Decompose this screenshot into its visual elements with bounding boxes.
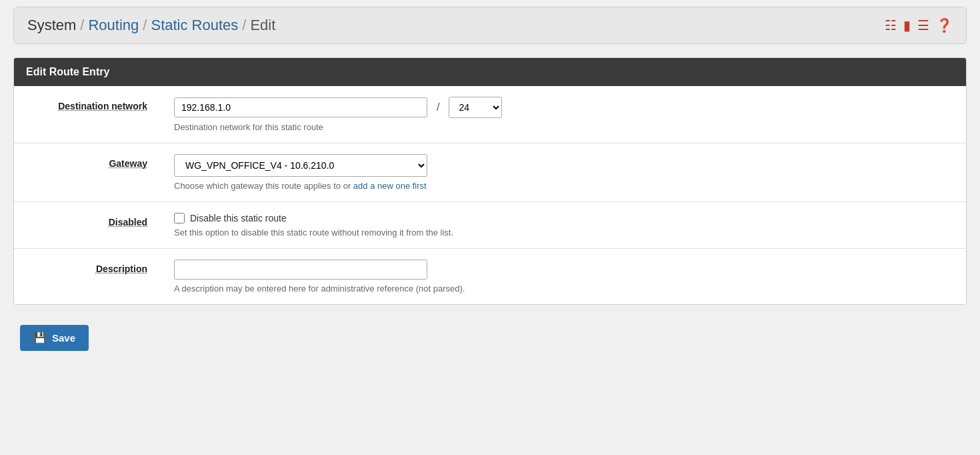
- disabled-checkbox-row: Disable this static route: [174, 213, 953, 223]
- form-table: Destination network / 24 1 8 16 25 26: [14, 86, 966, 304]
- gateway-label: Gateway: [109, 158, 147, 169]
- add-gateway-link[interactable]: add a new one first: [353, 181, 427, 191]
- list-icon[interactable]: ☰: [917, 17, 929, 33]
- destination-ip-input[interactable]: [174, 97, 427, 117]
- destination-network-help: Destination network for this static rout…: [174, 122, 953, 132]
- disabled-checkbox[interactable]: [174, 213, 185, 223]
- breadcrumb: System / Routing / Static Routes / Edit: [27, 17, 275, 34]
- panel-title: Edit Route Entry: [14, 58, 966, 86]
- description-row: Description A description may be entered…: [14, 249, 966, 305]
- help-icon[interactable]: ❓: [936, 17, 953, 33]
- header-icons: ☷ ▮ ☰ ❓: [885, 17, 953, 33]
- breadcrumb-static-routes[interactable]: Static Routes: [151, 17, 238, 34]
- destination-network-input-row: / 24 1 8 16 25 26 27 28 29 30 32: [174, 97, 953, 118]
- bar-chart-icon[interactable]: ▮: [903, 17, 911, 33]
- gateway-help: Choose which gateway this route applies …: [174, 181, 953, 191]
- sliders-icon[interactable]: ☷: [885, 17, 897, 33]
- disabled-checkbox-label[interactable]: Disable this static route: [190, 213, 287, 223]
- save-icon: 💾: [33, 332, 47, 344]
- save-button[interactable]: 💾 Save: [20, 325, 89, 351]
- edit-route-panel: Edit Route Entry Destination network / 2…: [13, 57, 967, 305]
- gateway-select[interactable]: WG_VPN_OFFICE_V4 - 10.6.210.0: [174, 154, 427, 177]
- destination-network-label: Destination network: [58, 101, 147, 111]
- cidr-select[interactable]: 24 1 8 16 25 26 27 28 29 30 32: [449, 97, 502, 118]
- breadcrumb-system: System: [27, 17, 76, 34]
- disabled-row: Disabled Disable this static route Set t…: [14, 202, 966, 249]
- page-header: System / Routing / Static Routes / Edit …: [13, 7, 967, 44]
- slash-divider: /: [434, 101, 442, 113]
- actions-row: 💾 Save: [13, 318, 967, 358]
- disabled-help: Set this option to disable this static r…: [174, 228, 953, 238]
- save-button-label: Save: [52, 332, 75, 344]
- breadcrumb-edit: Edit: [250, 17, 275, 34]
- breadcrumb-routing[interactable]: Routing: [88, 17, 139, 34]
- description-help: A description may be entered here for ad…: [174, 284, 953, 294]
- description-label: Description: [96, 264, 147, 274]
- gateway-row: Gateway WG_VPN_OFFICE_V4 - 10.6.210.0 Ch…: [14, 143, 966, 202]
- disabled-label: Disabled: [109, 217, 147, 228]
- description-input[interactable]: [174, 260, 427, 280]
- destination-network-row: Destination network / 24 1 8 16 25 26: [14, 86, 966, 143]
